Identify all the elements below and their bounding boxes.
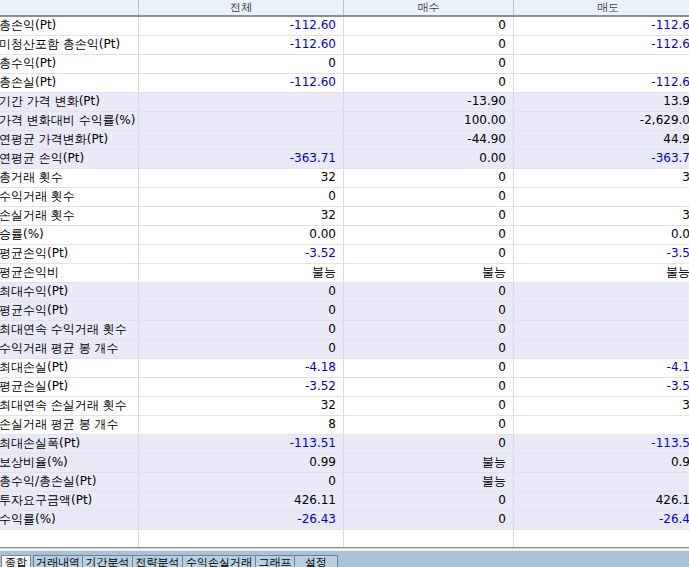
buy-value: -13.90 [344,93,514,111]
row-label: 최대연속 수익거래 횟수 [0,321,139,339]
sell-value: -112.6 [514,74,689,92]
grid-body: 총손익(Pt)-112.600-112.6미청산포함 총손익(Pt)-112.6… [0,17,689,547]
table-row: 총손익(Pt)-112.600-112.6 [0,17,689,36]
row-label: 총손실(Pt) [0,74,139,92]
row-label: 연평균 가격변화(Pt) [0,131,139,149]
total-value: 0 [139,283,344,301]
row-label: 승률(%) [0,226,139,244]
tab-summary[interactable]: 종합 [1,555,31,567]
sell-value: -4.1 [514,359,689,377]
sell-value: 0.9 [514,454,689,472]
tab-chart[interactable]: 그래프 [255,555,295,567]
sell-value: -3.5 [514,378,689,396]
table-row: 승률(%)0.0000.0 [0,226,689,245]
table-row: 손실거래 횟수3203 [0,207,689,226]
total-value: 426.11 [139,492,344,510]
tab-period-analysis[interactable]: 기간분석 [82,555,133,567]
results-grid: 전체매수매도 총손익(Pt)-112.600-112.6미청산포함 총손익(Pt… [0,0,689,547]
table-row: 가격 변화대비 수익률(%)100.00-2,629.0 [0,112,689,131]
row-label: 총수익/총손실(Pt) [0,473,139,491]
empty-filler-row [0,530,689,547]
table-row: 평균손익비불능불능불능 [0,264,689,283]
sell-value [514,416,689,434]
row-label: 총손익(Pt) [0,17,139,35]
sell-value [514,302,689,320]
table-row: 평균손익(Pt)-3.520-3.5 [0,245,689,264]
sell-value [514,188,689,206]
total-value: -112.60 [139,17,344,35]
table-row: 최대연속 손실거래 횟수3203 [0,397,689,416]
table-row: 최대연속 수익거래 횟수00 [0,321,689,340]
table-row: 수익거래 평균 봉 개수00 [0,340,689,359]
table-row: 최대손실(Pt)-4.180-4.1 [0,359,689,378]
sell-value [514,321,689,339]
row-label: 손실거래 평균 봉 개수 [0,416,139,434]
row-label: 미청산포함 총손익(Pt) [0,36,139,54]
sell-value: -26.4 [514,511,689,529]
buy-value: 0 [344,321,514,339]
buy-value: 0 [344,397,514,415]
column-header-total: 전체 [139,0,344,15]
empty-cell [0,530,139,547]
total-value: 0 [139,340,344,358]
table-row: 손실거래 평균 봉 개수80 [0,416,689,435]
tab-trade-history[interactable]: 거래내역 [33,555,83,567]
sell-value: 44.9 [514,131,689,149]
buy-value: 0 [344,511,514,529]
total-value: -112.60 [139,74,344,92]
column-header-buy: 매수 [344,0,514,15]
sell-value: -113.5 [514,435,689,453]
buy-value: 0 [344,340,514,358]
total-value [139,112,344,130]
empty-cell [514,530,689,547]
row-label: 손실거래 횟수 [0,207,139,225]
tab-strip: 종합거래내역기간분석전략분석수익손실거래그래프설정 [0,550,689,567]
sell-value: 불능 [514,264,689,282]
buy-value: 0 [344,435,514,453]
sell-value: -112.6 [514,17,689,35]
empty-cell [344,530,514,547]
tab-settings[interactable]: 설정 [294,555,338,567]
total-value: 0.99 [139,454,344,472]
total-value: -4.18 [139,359,344,377]
table-row: 연평균 가격변화(Pt)-44.9044.9 [0,131,689,150]
table-row: 수익률(%)-26.430-26.4 [0,511,689,530]
sell-value [514,473,689,491]
buy-value: 0 [344,207,514,225]
sell-value: 426.1 [514,492,689,510]
buy-value: 0 [344,492,514,510]
sell-value: 0.0 [514,226,689,244]
buy-value: 0 [344,17,514,35]
buy-value: 0 [344,378,514,396]
buy-value: 0 [344,55,514,73]
row-label: 보상비율(%) [0,454,139,472]
buy-value: 불능 [344,264,514,282]
sell-value: -2,629.0 [514,112,689,130]
table-row: 연평균 손익(Pt)-363.710.00-363.7 [0,150,689,169]
buy-value: 0 [344,416,514,434]
sell-value [514,55,689,73]
total-value: 0 [139,302,344,320]
column-header-empty [0,0,139,15]
total-value: 불능 [139,264,344,282]
total-value [139,131,344,149]
buy-value: 0 [344,359,514,377]
sell-value: -112.6 [514,36,689,54]
table-row: 최대수익(Pt)00 [0,283,689,302]
table-row: 미청산포함 총손익(Pt)-112.600-112.6 [0,36,689,55]
grid-header-row: 전체매수매도 [0,0,689,17]
row-label: 총수익(Pt) [0,55,139,73]
table-row: 총수익/총손실(Pt)0불능 [0,473,689,492]
total-value: -113.51 [139,435,344,453]
total-value: -363.71 [139,150,344,168]
total-value: -3.52 [139,245,344,263]
buy-value: 0 [344,169,514,187]
total-value: 0 [139,321,344,339]
sell-value: 3 [514,397,689,415]
buy-value: 0.00 [344,150,514,168]
total-value [139,93,344,111]
tab-profit-loss-trades[interactable]: 수익손실거래 [182,555,256,567]
row-label: 평균수익(Pt) [0,302,139,320]
tab-strategy-analysis[interactable]: 전략분석 [132,555,183,567]
row-label: 수익거래 평균 봉 개수 [0,340,139,358]
